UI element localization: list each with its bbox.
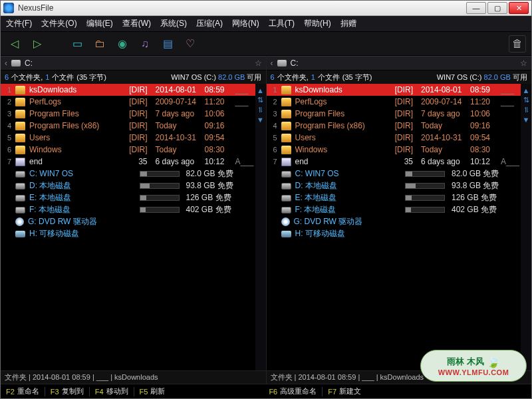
fn-key[interactable]: F5刷新 xyxy=(134,386,171,396)
menu-item[interactable]: 查看(W) xyxy=(122,18,151,29)
cd-icon xyxy=(281,217,290,226)
list-item[interactable]: C: WIN7 OS 82.0 GB 免费 xyxy=(1,168,255,180)
folder-icon xyxy=(15,146,25,154)
list-item[interactable]: E: 本地磁盘 126 GB 免费 xyxy=(1,192,255,203)
scroll-down-icon[interactable]: ▼ xyxy=(257,116,264,124)
folder-icon xyxy=(281,110,291,118)
fn-key[interactable]: F3复制到 xyxy=(45,386,89,396)
menu-item[interactable]: 帮助(H) xyxy=(304,18,331,29)
list-item[interactable]: 5 Users[DIR] 2014-10-3109:54 xyxy=(1,132,255,144)
menu-item[interactable]: 工具(T) xyxy=(269,18,295,29)
folder-icon xyxy=(281,134,291,142)
chevron-left-icon[interactable]: ‹ xyxy=(271,59,273,68)
usage-bar xyxy=(405,183,445,189)
lock-icon[interactable]: ⥮ xyxy=(523,106,529,114)
pane-left: ‹ C: ☆6个文件夹, 1个文件 (35 字节) WIN7 OS (C:) 8… xyxy=(1,56,266,384)
list-item[interactable]: F: 本地磁盘 402 GB 免费 xyxy=(267,203,521,215)
star-icon[interactable]: ☆ xyxy=(255,59,262,68)
list-item[interactable]: 6 Windows[DIR] Today08:30 xyxy=(267,144,521,156)
nav-forward-button[interactable]: ▷ xyxy=(29,35,46,53)
scroll-down-icon[interactable]: ▼ xyxy=(523,116,530,124)
list-item[interactable]: 3 Program Files[DIR] 7 days ago10:06 xyxy=(1,108,255,120)
chevron-left-icon[interactable]: ‹ xyxy=(5,59,7,68)
camera-button[interactable]: ◉ xyxy=(114,35,131,53)
list-item[interactable]: E: 本地磁盘 126 GB 免费 xyxy=(267,192,521,203)
list-item[interactable]: 1 ksDownloads[DIR] 2014-08-0108:59___ xyxy=(267,84,521,96)
scroll-sync-control[interactable]: ▲ ⇅ ⥮ ▼ xyxy=(255,84,266,370)
file-icon xyxy=(15,158,25,166)
list-item[interactable]: 3 Program Files[DIR] 7 days ago10:06 xyxy=(267,108,521,120)
menu-item[interactable]: 压缩(A) xyxy=(196,18,223,29)
menubar[interactable]: 文件(F)文件夹(O)编辑(E)查看(W)系统(S)压缩(A)网络(N)工具(T… xyxy=(1,16,531,32)
usb-icon xyxy=(15,231,25,237)
fn-key[interactable]: F6高级重命名 xyxy=(263,386,322,396)
menu-item[interactable]: 编辑(E) xyxy=(86,18,113,29)
star-icon[interactable]: ☆ xyxy=(520,59,527,68)
hdd-icon xyxy=(281,171,291,178)
list-item[interactable]: 6 Windows[DIR] Today08:30 xyxy=(1,144,255,156)
list-item[interactable]: 2 PerfLogs[DIR] 2009-07-1411:20___ xyxy=(1,96,255,108)
scroll-up-icon[interactable]: ▲ xyxy=(523,86,530,94)
close-button[interactable]: ✕ xyxy=(509,2,529,14)
list-item[interactable]: H: 可移动磁盘 xyxy=(267,227,521,239)
status-bar: 文件夹 | 2014-08-01 08:59 | ___ | ksDownloa… xyxy=(267,370,532,384)
list-item[interactable]: 4 Program Files (x86)[DIR] Today09:16 xyxy=(267,120,521,132)
folder-icon xyxy=(15,122,25,130)
folder-button[interactable]: 🗀 xyxy=(91,35,108,53)
hdd-icon xyxy=(281,195,291,201)
nav-back-button[interactable]: ◁ xyxy=(6,35,23,53)
view-button[interactable]: ▭ xyxy=(68,35,86,53)
path-text: C: xyxy=(25,59,33,68)
list-item[interactable]: 7 end35 6 days ago10:12A___ xyxy=(267,156,521,168)
music-button[interactable]: ♫ xyxy=(136,35,154,53)
list-item[interactable]: 2 PerfLogs[DIR] 2009-07-1411:20___ xyxy=(267,96,521,108)
dual-panes: ‹ C: ☆6个文件夹, 1个文件 (35 字节) WIN7 OS (C:) 8… xyxy=(1,56,531,384)
list-item[interactable]: F: 本地磁盘 402 GB 免费 xyxy=(1,203,255,215)
fn-key[interactable]: F4移动到 xyxy=(90,386,134,396)
lock-icon[interactable]: ⥮ xyxy=(257,106,263,114)
path-text: C: xyxy=(291,59,299,68)
file-list[interactable]: 1 ksDownloads[DIR] 2014-08-0108:59___2 P… xyxy=(267,84,521,370)
list-item[interactable]: 7 end35 6 days ago10:12A___ xyxy=(1,156,255,168)
menu-item[interactable]: 网络(N) xyxy=(232,18,259,29)
list-item[interactable]: D: 本地磁盘 93.8 GB 免费 xyxy=(267,180,521,192)
folder-icon xyxy=(15,98,25,106)
menu-item[interactable]: 文件(F) xyxy=(6,18,32,29)
hdd-icon xyxy=(15,195,25,201)
list-item[interactable]: C: WIN7 OS 82.0 GB 免费 xyxy=(267,168,521,180)
fn-key[interactable]: F2重命名 xyxy=(1,386,45,396)
client-area: 文件(F)文件夹(O)编辑(E)查看(W)系统(S)压缩(A)网络(N)工具(T… xyxy=(1,16,531,398)
hdd-icon xyxy=(281,207,291,213)
list-item[interactable]: 5 Users[DIR] 2014-10-3109:54 xyxy=(267,132,521,144)
minimize-button[interactable]: — xyxy=(466,2,486,14)
app-title: NexusFile xyxy=(18,3,466,13)
menu-item[interactable]: 文件夹(O) xyxy=(41,18,76,29)
usage-bar xyxy=(140,195,180,201)
list-item[interactable]: D: 本地磁盘 93.8 GB 免费 xyxy=(1,180,255,192)
usage-bar xyxy=(140,171,180,177)
list-item[interactable]: G: DVD RW 驱动器 xyxy=(1,215,255,227)
file-list[interactable]: 1 ksDownloads[DIR] 2014-08-0108:59___2 P… xyxy=(1,84,255,370)
drive-icon xyxy=(11,60,21,66)
path-bar[interactable]: ‹ C: ☆ xyxy=(267,56,532,70)
list-item[interactable]: H: 可移动磁盘 xyxy=(1,227,255,239)
app-icon xyxy=(3,3,14,13)
scroll-up-icon[interactable]: ▲ xyxy=(257,86,264,94)
function-key-bar[interactable]: F2重命名F3复制到F4移动到F5刷新F6高级重命名F7新建文 xyxy=(1,384,531,398)
link-icon[interactable]: ⇅ xyxy=(523,96,529,104)
maximize-button[interactable]: ▢ xyxy=(487,2,507,14)
menu-item[interactable]: 捐赠 xyxy=(340,18,356,29)
list-item[interactable]: 4 Program Files (x86)[DIR] Today09:16 xyxy=(1,120,255,132)
link-icon[interactable]: ⇅ xyxy=(257,96,263,104)
titlebar[interactable]: NexusFile — ▢ ✕ xyxy=(1,1,531,16)
favorite-button[interactable]: ♡ xyxy=(182,35,199,53)
menu-item[interactable]: 系统(S) xyxy=(160,18,187,29)
path-bar[interactable]: ‹ C: ☆ xyxy=(1,56,266,70)
list-item[interactable]: G: DVD RW 驱动器 xyxy=(267,215,521,227)
archive-button[interactable]: ▤ xyxy=(159,35,176,53)
trash-button[interactable]: 🗑 xyxy=(509,35,526,53)
list-item[interactable]: 1 ksDownloads[DIR] 2014-08-0108:59___ xyxy=(1,84,255,96)
scroll-sync-control[interactable]: ▲ ⇅ ⥮ ▼ xyxy=(521,84,531,370)
fn-key[interactable]: F7新建文 xyxy=(323,386,366,396)
cd-icon xyxy=(15,217,24,226)
